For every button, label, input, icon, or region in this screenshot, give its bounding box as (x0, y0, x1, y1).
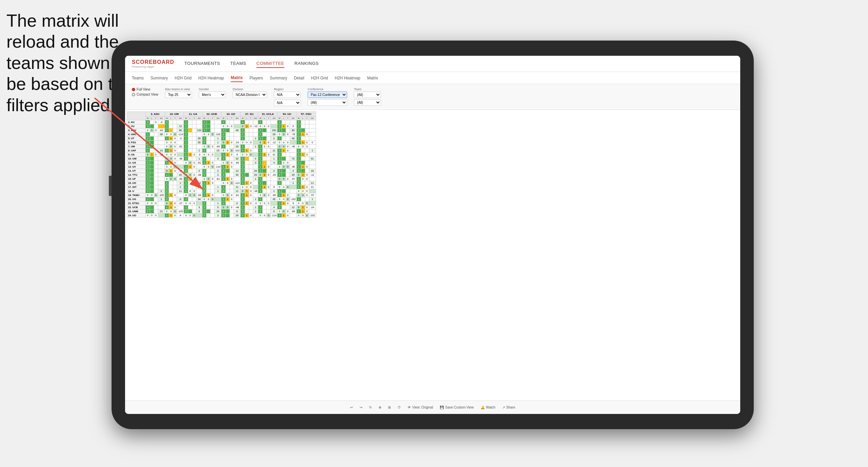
team-label: 7. UM (127, 145, 146, 149)
nav-tournaments[interactable]: TOURNAMENTS (185, 59, 220, 68)
share-btn[interactable]: ↗ Share (502, 405, 515, 409)
matrix-cell (263, 197, 267, 201)
timer-btn[interactable]: ⏱ (397, 405, 401, 409)
matrix-cell (215, 128, 221, 132)
full-view-radio[interactable]: Full View (132, 88, 158, 91)
matrix-cell: 2 (184, 128, 188, 132)
matrix-cell (253, 181, 258, 185)
matrix-cell: 2 (202, 157, 207, 161)
matrix-cell (192, 137, 196, 141)
matrix-cell: 1 (296, 141, 301, 145)
matrix-cell: 0 (296, 205, 301, 210)
fit-btn[interactable]: ⊞ (388, 405, 391, 409)
undo-btn[interactable]: ↩ (350, 405, 353, 409)
matrix-cell: 1 (278, 124, 282, 128)
matrix-cell (290, 214, 296, 218)
matrix-cell (207, 169, 211, 173)
matrix-cell: 80 (177, 128, 184, 132)
matrix-cell (196, 145, 202, 149)
matrix-cell: 11 (309, 181, 316, 185)
matrix-cell (173, 124, 177, 128)
matrix-cell: 0 (305, 145, 309, 149)
team-secondary-select[interactable]: (All) (354, 99, 381, 106)
redo-btn[interactable]: ↪ (360, 405, 362, 409)
matrix-cell: 2 (240, 173, 245, 177)
compact-view-dot (132, 93, 135, 96)
matrix-cell: 0 (154, 201, 158, 205)
matrix-cell: -3 (177, 137, 184, 141)
sub-nav-players[interactable]: Players (249, 74, 263, 82)
col-uw: 10. UW (165, 112, 184, 117)
matrix-cell: 0 (173, 132, 177, 137)
matrix-cell: 0 (165, 157, 169, 161)
matrix-cell (249, 205, 253, 210)
matrix-cell: 1 (253, 137, 258, 141)
sub-nav-detail[interactable]: Detail (294, 74, 304, 82)
col-osu: 57. OSU (296, 112, 316, 117)
matrix-cell: 160 (271, 128, 278, 132)
osu-dif: Dif (309, 117, 316, 120)
matrix-cell: 40 (290, 137, 296, 141)
region-secondary-select[interactable]: N/A (274, 100, 301, 106)
matrix-cell: 3 (258, 149, 263, 153)
matrix-cell (177, 141, 184, 145)
sub-nav-h2hheatmap2[interactable]: H2H Heatmap (335, 74, 360, 82)
team-select[interactable]: (All) (354, 92, 381, 98)
sub-nav-h2hgrid2[interactable]: H2H Grid (311, 74, 328, 82)
sub-nav-h2hgrid1[interactable]: H2H Grid (175, 74, 192, 82)
matrix-cell (215, 181, 221, 185)
matrix-cell: 1 (196, 157, 202, 161)
matrix-cell (301, 169, 305, 173)
max-teams-select[interactable]: Top 25 (165, 92, 192, 98)
matrix-cell (290, 185, 296, 189)
sub-nav-teams[interactable]: Teams (132, 74, 144, 82)
watch-btn[interactable]: 🔔 Watch (481, 405, 496, 409)
matrix-cell: 0 (207, 153, 211, 157)
matrix-cell (301, 197, 305, 201)
matrix-cell: 0 (286, 161, 290, 165)
matrix-cell: 1 (258, 189, 263, 193)
nav-rankings[interactable]: RANKINGS (294, 59, 319, 68)
view-original-btn[interactable]: 👁 View: Original (408, 405, 433, 409)
refresh-btn[interactable]: ↻ (369, 405, 372, 409)
gender-filter: Gender Men's (199, 88, 226, 98)
matrix-cell: 14 (196, 181, 202, 185)
matrix-cell: 0 (305, 165, 309, 169)
save-custom-btn[interactable]: 💾 Save Custom View (440, 405, 474, 409)
matrix-cell: 1 (282, 193, 286, 197)
sub-nav-summary1[interactable]: Summary (150, 74, 168, 82)
matrix-cell: -24 (234, 141, 240, 145)
matrix-cell: 1 (301, 185, 305, 189)
conference-secondary-select[interactable]: (All) (308, 99, 347, 106)
gender-select[interactable]: Men's (199, 92, 226, 98)
matrix-cell: 3 (146, 177, 150, 181)
matrix-cell (173, 120, 177, 124)
compact-view-radio[interactable]: Compact View (132, 93, 158, 96)
matrix-cell: 1 (221, 214, 226, 218)
conference-select[interactable]: Pac-12 Conference (308, 92, 347, 98)
matrix-cell (263, 177, 267, 181)
matrix-cell: 2 (278, 169, 282, 173)
matrix-cell: -81 (177, 145, 184, 149)
matrix-cell (305, 161, 309, 165)
nav-teams[interactable]: TEAMS (230, 59, 246, 68)
sub-nav-matrix1[interactable]: Matrix (231, 74, 243, 82)
matrix-cell (192, 197, 196, 201)
matrix-cell: 0 (225, 181, 230, 185)
nav-committee[interactable]: COMMITTEE (257, 59, 285, 68)
region-select[interactable]: N/A (274, 92, 301, 98)
matrix-cell (207, 189, 211, 193)
division-select[interactable]: NCAA Division I (233, 92, 267, 98)
matrix-cell: 0 (169, 132, 173, 137)
matrix-cell: 1 (258, 153, 263, 157)
zoom-btn[interactable]: ⊕ (379, 405, 381, 409)
matrix-cell (305, 137, 309, 141)
matrix-cell (154, 165, 158, 169)
matrix-cell (271, 124, 278, 128)
matrix-cell (192, 132, 196, 137)
sub-nav-summary2[interactable]: Summary (270, 74, 287, 82)
matrix-cell (230, 201, 234, 205)
sub-nav-h2hheatmap1[interactable]: H2H Heatmap (198, 74, 224, 82)
matrix-cell: 11 (177, 189, 184, 193)
sub-nav-matrix2[interactable]: Matrix (367, 74, 378, 82)
